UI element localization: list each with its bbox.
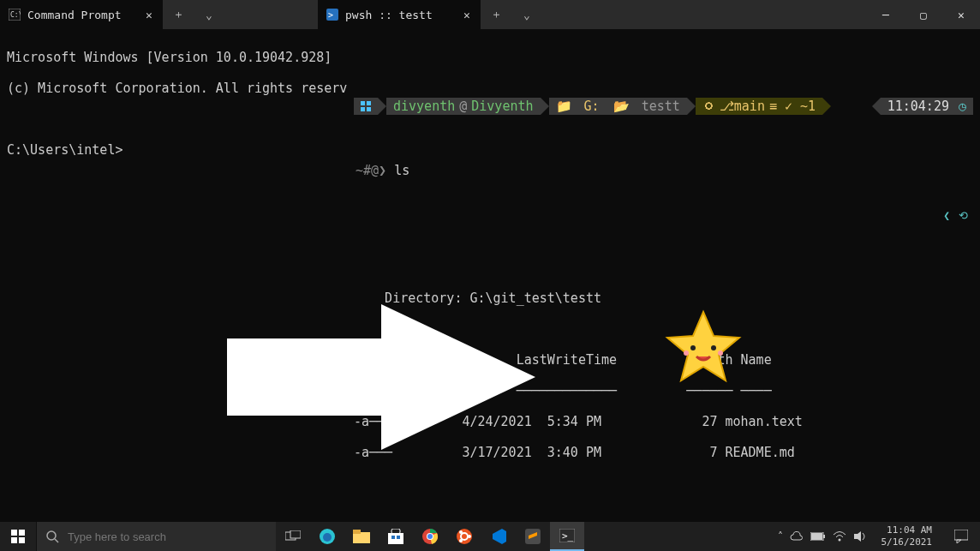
powershell-icon: > bbox=[326, 9, 338, 21]
close-icon[interactable]: ✕ bbox=[142, 8, 156, 21]
system-tray[interactable]: ˄ 11:04 AM 5/16/2021 bbox=[774, 524, 980, 548]
cmd-icon: C:\ bbox=[9, 9, 21, 21]
svg-rect-29 bbox=[353, 530, 361, 534]
new-tab-button[interactable]: ＋ bbox=[481, 0, 511, 29]
tray-battery-icon[interactable] bbox=[810, 532, 826, 541]
svg-rect-6 bbox=[361, 107, 365, 111]
svg-marker-52 bbox=[957, 540, 961, 543]
task-view-button[interactable] bbox=[276, 522, 310, 551]
tray-wifi-icon[interactable] bbox=[833, 531, 846, 542]
seg-path: 📂 testt bbox=[607, 98, 687, 115]
tab-cmd[interactable]: C:\ Command Prompt ✕ bbox=[0, 0, 163, 29]
svg-rect-19 bbox=[19, 530, 25, 536]
app-sublime[interactable] bbox=[516, 522, 550, 551]
svg-text:C:\: C:\ bbox=[10, 11, 21, 19]
svg-rect-21 bbox=[19, 537, 25, 543]
svg-rect-47 bbox=[811, 533, 822, 540]
svg-rect-20 bbox=[11, 537, 17, 543]
new-tab-button[interactable]: ＋ bbox=[163, 0, 194, 29]
svg-rect-5 bbox=[367, 101, 371, 105]
svg-text:>_: >_ bbox=[562, 530, 574, 542]
pwsh-pane[interactable]: divyenth@Divyenth 📁 G: 📂 testt ⭘ ⎇main ≡… bbox=[347, 29, 980, 522]
cmd-prompt: C:\Users\intel> bbox=[7, 142, 340, 158]
pwsh-cmd-1: ~#@❯ ls bbox=[356, 163, 973, 178]
svg-rect-51 bbox=[954, 530, 968, 540]
svg-rect-33 bbox=[397, 536, 400, 539]
svg-text:>: > bbox=[328, 10, 333, 20]
seg-drive: 📁 G: bbox=[549, 98, 607, 115]
svg-rect-7 bbox=[367, 107, 371, 111]
app-vscode[interactable] bbox=[481, 522, 516, 551]
seg-git: ⭘ ⎇main ≡ ✓ ~1 bbox=[696, 98, 822, 115]
svg-rect-48 bbox=[823, 535, 825, 538]
panes: Microsoft Windows [Version 10.0.19042.92… bbox=[0, 29, 980, 522]
search-icon bbox=[45, 530, 59, 543]
window-maximize[interactable]: ▢ bbox=[905, 0, 942, 29]
app-store[interactable] bbox=[379, 522, 413, 551]
search-input[interactable] bbox=[68, 530, 267, 543]
taskbar-date: 5/16/2021 bbox=[881, 536, 932, 548]
svg-point-36 bbox=[427, 534, 433, 539]
notifications-button[interactable] bbox=[946, 530, 977, 543]
svg-line-23 bbox=[55, 539, 58, 542]
svg-rect-18 bbox=[11, 530, 17, 536]
close-icon[interactable]: ✕ bbox=[460, 8, 474, 21]
ls-columns: Mode LastWriteTime Length Name bbox=[354, 352, 973, 368]
tray-overflow-icon[interactable]: ˄ bbox=[778, 530, 783, 542]
svg-point-27 bbox=[323, 533, 332, 542]
svg-marker-50 bbox=[854, 531, 861, 542]
svg-marker-42 bbox=[493, 529, 506, 544]
taskbar-time: 11:04 AM bbox=[881, 524, 932, 536]
svg-point-41 bbox=[459, 539, 463, 542]
svg-rect-32 bbox=[391, 536, 395, 539]
ls-row: -a─── 3/17/2021 3:40 PM 7 README.md bbox=[354, 445, 973, 460]
seg-time: 11:04:29◷ bbox=[881, 98, 973, 115]
status-icons: ❮⟲ bbox=[354, 209, 973, 222]
window-minimize[interactable]: ─ bbox=[867, 0, 905, 29]
cmd-banner-2: (c) Microsoft Corporation. All rights re… bbox=[7, 81, 340, 96]
os-icon bbox=[354, 98, 378, 115]
tray-cloud-icon[interactable] bbox=[790, 531, 804, 542]
seg-user: divyenth@Divyenth bbox=[386, 98, 541, 115]
start-button[interactable] bbox=[0, 530, 36, 543]
svg-rect-25 bbox=[290, 530, 301, 538]
powerline-1: divyenth@Divyenth 📁 G: 📂 testt ⭘ ⎇main ≡… bbox=[354, 98, 973, 115]
app-chrome[interactable] bbox=[413, 522, 447, 551]
taskbar-search[interactable] bbox=[36, 522, 276, 551]
ls-rules: ──── ───────────── ────── ──── bbox=[354, 383, 973, 398]
user-name: divyenth bbox=[393, 98, 455, 115]
tab-title: Command Prompt bbox=[27, 9, 135, 21]
tab-dropdown-button[interactable]: ⌄ bbox=[194, 0, 224, 29]
cmd-banner-1: Microsoft Windows [Version 10.0.19042.92… bbox=[7, 50, 340, 65]
app-ubuntu[interactable] bbox=[447, 522, 481, 551]
taskbar: >_ ˄ 11:04 AM 5/16/2021 bbox=[0, 522, 980, 551]
app-terminal[interactable]: >_ bbox=[550, 522, 584, 551]
svg-rect-30 bbox=[388, 533, 403, 544]
ls-dir-header: Directory: G:\git_test\testt bbox=[354, 290, 973, 306]
svg-point-40 bbox=[459, 530, 463, 534]
svg-point-39 bbox=[468, 535, 471, 538]
titlebar: C:\ Command Prompt ✕ ＋ ⌄ > pwsh :: testt… bbox=[0, 0, 980, 29]
tray-volume-icon[interactable] bbox=[853, 530, 867, 542]
app-explorer[interactable] bbox=[344, 522, 379, 551]
svg-point-49 bbox=[839, 539, 841, 542]
svg-rect-4 bbox=[361, 101, 365, 105]
cmd-pane[interactable]: Microsoft Windows [Version 10.0.19042.92… bbox=[0, 29, 347, 522]
tab-pwsh[interactable]: > pwsh :: testt ✕ bbox=[318, 0, 481, 29]
svg-point-22 bbox=[47, 531, 56, 540]
window-close[interactable]: ✕ bbox=[942, 0, 980, 29]
tab-dropdown-button[interactable]: ⌄ bbox=[511, 0, 542, 29]
tab-title: pwsh :: testt bbox=[345, 9, 453, 21]
taskbar-clock[interactable]: 11:04 AM 5/16/2021 bbox=[874, 524, 939, 548]
app-edge[interactable] bbox=[310, 522, 344, 551]
ls-row: -a─── 4/24/2021 5:34 PM 27 mohan.text bbox=[354, 414, 973, 429]
host-name: Divyenth bbox=[471, 98, 533, 115]
